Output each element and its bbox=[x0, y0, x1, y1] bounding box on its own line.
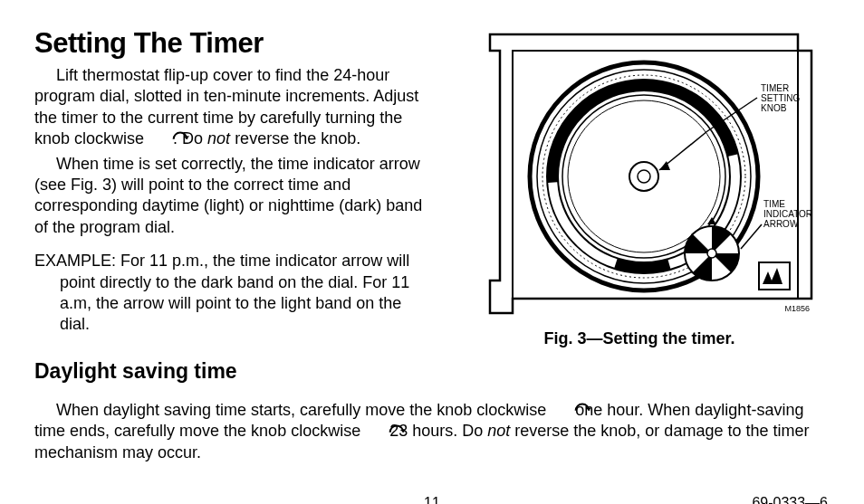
svg-marker-20 bbox=[400, 429, 406, 433]
clockwise-arrow-icon bbox=[365, 421, 385, 441]
clockwise-arrow-icon bbox=[149, 128, 168, 147]
page-title: Setting The Timer bbox=[34, 27, 424, 60]
svg-point-15 bbox=[707, 249, 716, 258]
p1-text-c: reverse the knob. bbox=[230, 129, 360, 147]
example-paragraph: EXAMPLE: For 11 p.m., the time indicator… bbox=[34, 251, 424, 336]
paragraph-2: When time is set correctly, the time ind… bbox=[34, 154, 424, 239]
document-number: 69-0333—6 bbox=[752, 495, 828, 504]
subheading-dst: Daylight saving time bbox=[34, 359, 830, 384]
clockwise-arrow-icon bbox=[551, 399, 571, 419]
dst-paragraph: When daylight saving time starts, carefu… bbox=[34, 400, 830, 463]
paragraph-1: Lift thermostat flip-up cover to find th… bbox=[34, 65, 424, 150]
dst-a: When daylight saving time starts, carefu… bbox=[56, 401, 551, 419]
p1-not: not bbox=[207, 129, 230, 147]
label-arrow: TIME INDICATOR ARROW bbox=[763, 199, 827, 229]
figure-code: M1856 bbox=[784, 304, 810, 313]
figure-caption: Fig. 3—Setting the timer. bbox=[449, 329, 830, 348]
figure-3: M1856 TIMER SETTING KNOB TIME INDICATOR … bbox=[449, 27, 830, 320]
page-number: 11 bbox=[424, 495, 440, 504]
svg-marker-0 bbox=[184, 137, 189, 140]
svg-point-9 bbox=[629, 162, 658, 191]
label-knob: TIMER SETTING KNOB bbox=[761, 83, 824, 113]
dst-not: not bbox=[487, 422, 510, 440]
svg-marker-19 bbox=[586, 407, 591, 411]
